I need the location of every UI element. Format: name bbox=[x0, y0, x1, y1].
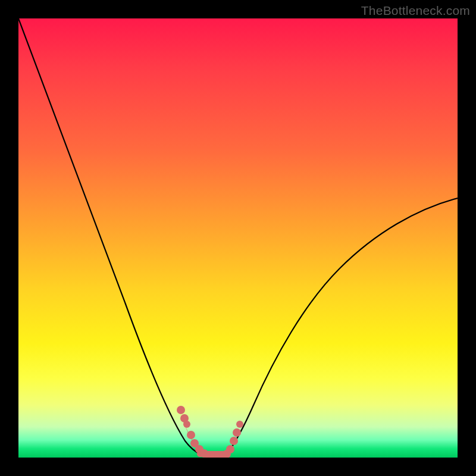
curves-svg bbox=[18, 18, 458, 458]
plot-area bbox=[18, 18, 458, 458]
svg-point-3 bbox=[183, 421, 190, 428]
right-curve bbox=[226, 198, 458, 456]
svg-point-14 bbox=[230, 437, 238, 445]
svg-point-1 bbox=[177, 406, 185, 414]
svg-point-16 bbox=[236, 421, 243, 428]
svg-point-15 bbox=[233, 428, 241, 437]
watermark-text: TheBottleneck.com bbox=[361, 4, 470, 18]
chart-frame: TheBottleneck.com bbox=[0, 0, 476, 476]
left-curve bbox=[18, 18, 209, 456]
svg-point-4 bbox=[187, 431, 195, 439]
svg-point-13 bbox=[226, 445, 234, 453]
dot-cluster bbox=[177, 406, 244, 458]
